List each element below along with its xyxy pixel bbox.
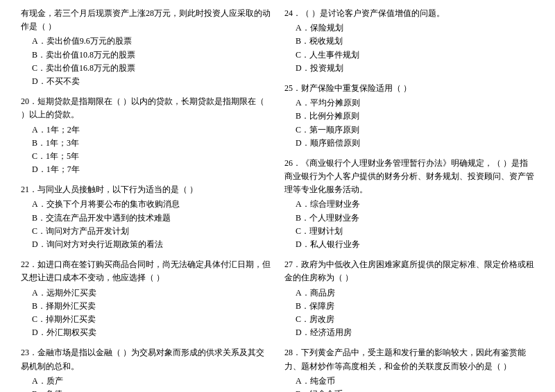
question-25: 25．财产保险中重复保险适用（ ） A．平均分摊原则 B．比例分摊原则 C．第一…	[284, 82, 534, 150]
option-25-a: A．平均分摊原则	[296, 96, 534, 110]
question-27-text: 27．政府为中低收入住房困难家庭所提供的限定标准、限定价格或租金的住房称为（ ）	[284, 258, 534, 284]
option-25-c: C．第一顺序原则	[296, 123, 534, 137]
option-intro-b: B．卖出价值10.8万元的股票	[32, 49, 271, 62]
option-26-d: D．私人银行业务	[296, 238, 534, 251]
option-22-c: C．掉期外汇买卖	[32, 313, 271, 326]
option-20-b: B．1年；3年	[32, 137, 271, 150]
question-28: 28．下列黄金产品中，受主题和发行量的影响较大，因此有鉴赏能力、题材炒作等高度相…	[284, 346, 534, 392]
content-area: 有现金，若三个月后现票资产上涨28万元，则此时投资人应采取的动作是（ ） A．卖…	[21, 7, 534, 392]
option-24-c: C．人生事件规划	[296, 49, 534, 62]
option-24-b: B．税收规划	[296, 35, 534, 48]
option-21-a: A．交换下个月将要公布的集市收购消息	[32, 198, 271, 211]
question-27: 27．政府为中低收入住房困难家庭所提供的限定标准、限定价格或租金的住房称为（ ）…	[284, 258, 534, 339]
option-20-d: D．1年；7年	[32, 163, 271, 176]
option-26-c: C．理财计划	[296, 225, 534, 238]
option-intro-d: D．不买不卖	[32, 75, 271, 88]
option-22-a: A．远期外汇买卖	[32, 287, 271, 300]
option-22-d: D．外汇期权买卖	[32, 326, 271, 339]
right-column: 24．（ ）是讨论客户资产保值增值的问题。 A．保险规划 B．税收规划 C．人生…	[284, 7, 534, 392]
option-21-c: C．询问对方产品开发计划	[32, 225, 271, 238]
option-21-b: B．交流在产品开发中遇到的技术难题	[32, 212, 271, 225]
question-21-text: 21．与同业人员接触时，以下行为适当的是（ ）	[21, 183, 271, 196]
question-23-text: 23．金融市场是指以金融（ ）为交易对象而形成的供求关系及其交易机制的总和。	[21, 346, 271, 373]
option-24-d: D．投资规划	[296, 62, 534, 75]
question-20: 20．短期贷款是指期限在（ ）以内的贷款，长期贷款是指期限在（ ）以上的贷款。 …	[21, 95, 271, 176]
option-20-a: A．1年；2年	[32, 123, 271, 137]
question-23: 23．金融市场是指以金融（ ）为交易对象而形成的供求关系及其交易机制的总和。 A…	[21, 346, 271, 392]
question-28-text: 28．下列黄金产品中，受主题和发行量的影响较大，因此有鉴赏能力、题材炒作等高度相…	[284, 346, 534, 373]
option-27-d: D．经济适用房	[296, 326, 534, 339]
question-22: 22．如进口商在签订购买商品合同时，尚无法确定具体付汇日期，但又想让进口成本不变…	[21, 258, 271, 339]
option-27-b: B．保障房	[296, 300, 534, 313]
option-26-a: A．综合理财业务	[296, 198, 534, 211]
left-column: 有现金，若三个月后现票资产上涨28万元，则此时投资人应采取的动作是（ ） A．卖…	[21, 7, 271, 392]
option-24-a: A．保险规划	[296, 22, 534, 35]
option-23-b: B．负债	[32, 388, 271, 392]
question-20-text: 20．短期贷款是指期限在（ ）以内的贷款，长期贷款是指期限在（ ）以上的贷款。	[21, 95, 271, 121]
question-24: 24．（ ）是讨论客户资产保值增值的问题。 A．保险规划 B．税收规划 C．人生…	[284, 7, 534, 75]
question-26: 26．《商业银行个人理财业务管理暂行办法》明确规定，（ ）是指商业银行为个人客户…	[284, 157, 534, 251]
question-21: 21．与同业人员接触时，以下行为适当的是（ ） A．交换下个月将要公布的集市收购…	[21, 183, 271, 251]
option-21-d: D．询问对方对央行近期政策的看法	[32, 238, 271, 251]
option-25-d: D．顺序赔偿原则	[296, 137, 534, 150]
option-22-b: B．择期外汇买卖	[32, 300, 271, 313]
question-intro: 有现金，若三个月后现票资产上涨28万元，则此时投资人应采取的动作是（ ） A．卖…	[21, 7, 271, 88]
question-26-text: 26．《商业银行个人理财业务管理暂行办法》明确规定，（ ）是指商业银行为个人客户…	[284, 157, 534, 197]
option-20-c: C．1年；5年	[32, 150, 271, 163]
option-26-b: B．个人理财业务	[296, 212, 534, 225]
option-27-c: C．房改房	[296, 313, 534, 326]
option-23-a: A．质产	[32, 375, 271, 388]
option-28-a: A．纯金币	[296, 375, 534, 388]
question-22-text: 22．如进口商在签订购买商品合同时，尚无法确定具体付汇日期，但又想让进口成本不变…	[21, 258, 271, 284]
question-24-text: 24．（ ）是讨论客户资产保值增值的问题。	[284, 7, 534, 20]
option-intro-c: C．卖出价值16.8万元的股票	[32, 62, 271, 75]
question-25-text: 25．财产保险中重复保险适用（ ）	[284, 82, 534, 95]
option-intro-a: A．卖出价值9.6万元的股票	[32, 35, 271, 48]
option-27-a: A．商品房	[296, 287, 534, 300]
question-intro-text: 有现金，若三个月后现票资产上涨28万元，则此时投资人应采取的动作是（ ）	[21, 7, 271, 33]
option-25-b: B．比例分摊原则	[296, 110, 534, 123]
page-container: 有现金，若三个月后现票资产上涨28万元，则此时投资人应采取的动作是（ ） A．卖…	[21, 7, 534, 392]
option-28-b: B．纪念金币	[296, 388, 534, 392]
